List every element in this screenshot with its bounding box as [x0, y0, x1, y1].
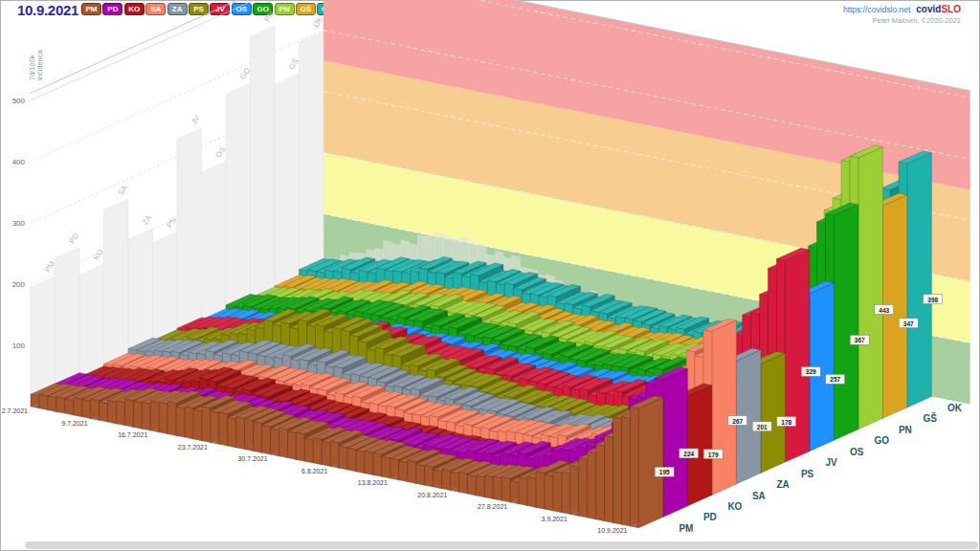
ghost-region-label: OS [214, 145, 228, 160]
incidence-3d-chart: 1002003004005007d/100kincidencaPMPDKOSAZ… [0, 0, 980, 551]
date-label: 13.8.2021 [358, 479, 388, 486]
y-tick-label: 300 [12, 219, 26, 228]
value-label: 195 [659, 469, 670, 475]
ghost-region-label: PD [68, 231, 81, 245]
ghost-region-label: GŠ [287, 57, 301, 72]
date-label: 16.7.2021 [118, 431, 147, 438]
y-tick-label: 500 [12, 97, 26, 105]
date-label: 3.9.2021 [542, 516, 568, 522]
ghost-region-label: JV [189, 114, 202, 126]
value-label: 367 [855, 337, 865, 343]
ghost-region-label: PS [166, 216, 178, 230]
region-label-ps: PS [801, 469, 814, 479]
y-tick-label: 400 [12, 158, 26, 166]
ghost-region-label: ZA [141, 213, 153, 227]
date-label: 20.8.2021 [417, 492, 447, 498]
ghost-region-label: KO [92, 248, 105, 262]
region-label-ok: OK [947, 403, 963, 413]
date-label: 30.7.2021 [237, 455, 267, 462]
y-axis-title: 7d/100kincidenca [28, 49, 44, 80]
region-label-gš: GŠ [923, 412, 937, 424]
region-label-pd: PD [703, 512, 717, 522]
timeline-slider[interactable] [25, 541, 978, 549]
date-label: 23.7.2021 [178, 444, 208, 451]
value-label: 179 [708, 452, 719, 458]
region-label-os: OS [850, 447, 864, 457]
region-label-sa: SA [752, 491, 766, 501]
region-label-pm: PM [679, 523, 693, 534]
value-label: 257 [830, 376, 840, 383]
ghost-region-label: SA [117, 183, 130, 196]
y-tick-label: 100 [12, 342, 26, 350]
region-label-jv: JV [825, 457, 837, 468]
y-tick-label: 200 [12, 280, 26, 289]
value-label: 178 [781, 419, 791, 426]
date-label: 9.7.2021 [61, 420, 87, 427]
value-label: 398 [927, 297, 938, 303]
region-label-pn: PN [899, 425, 912, 435]
region-label-ko: KO [727, 501, 742, 512]
value-label: 347 [903, 320, 914, 327]
date-label: 10.9.2021 [597, 527, 627, 534]
value-label: 267 [732, 418, 743, 425]
value-label: 443 [879, 307, 889, 314]
ghost-region-label: PN [263, 10, 277, 23]
date-label: 6.8.2021 [301, 468, 327, 474]
ghost-region-label: OK [312, 14, 325, 29]
value-label: 224 [683, 451, 694, 457]
value-label: 329 [806, 368, 816, 375]
date-label: 27.8.2021 [478, 503, 507, 510]
region-label-go: GO [874, 435, 889, 446]
covidslo-app: 10.9.2021pet PMPDKOSAZAPSJVOSGOPNGŠOK 3D… [0, 0, 980, 551]
region-label-za: ZA [776, 479, 789, 490]
date-label: 2.7.2021 [2, 408, 28, 414]
value-label: 201 [757, 424, 768, 430]
